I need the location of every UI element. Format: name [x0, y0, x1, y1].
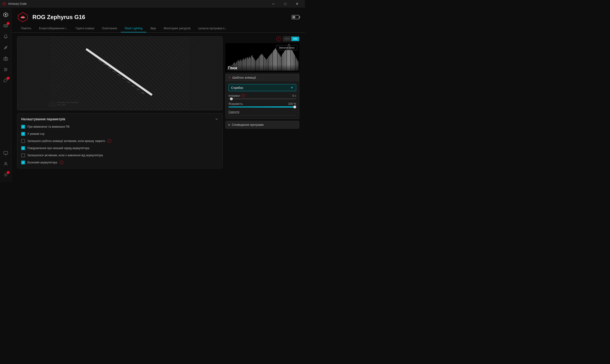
close-button[interactable]: ✕: [292, 0, 303, 8]
help-icon[interactable]: ?: [276, 37, 281, 41]
checkbox-item-0: При ввімкненні та вимиканні ПК: [21, 125, 219, 129]
sidebar-item-user[interactable]: [1, 159, 11, 169]
sidebar-item-keyboard[interactable]: [1, 21, 11, 30]
right-panel: ? OFF ON Глюк Змінити тему: [225, 37, 299, 178]
interval-label-row: Інтервал i 0 с: [229, 94, 296, 97]
info-icon-5[interactable]: i: [60, 161, 63, 164]
device-title: ROG Zephyrus G16: [32, 14, 85, 21]
titlebar-left: Armoury Crate: [2, 2, 27, 6]
settings-title: Налаштування параметрів: [21, 117, 65, 121]
content-area: REPUBLIC OF GAMERSEST. 2006 Налаштування…: [12, 33, 305, 182]
brightness-slider-track[interactable]: [229, 106, 296, 107]
device-preview: REPUBLIC OF GAMERSEST. 2006: [17, 37, 222, 110]
checkbox-item-4: Залишатися активним, коли є живлення від…: [21, 153, 219, 157]
brightness-slider-thumb[interactable]: [293, 105, 296, 108]
brightness-label-row: Яскравість 100 %: [229, 102, 296, 105]
checkbox-label-3: Повідомлення про низький заряд акумулято…: [27, 146, 89, 150]
interval-info-icon[interactable]: i: [242, 94, 245, 97]
settings-collapse-icon: [215, 117, 219, 121]
tab-power[interactable]: Енергозбереження г...: [35, 25, 72, 32]
tab-sound[interactable]: Звук: [146, 25, 160, 32]
interval-label: Інтервал i: [229, 94, 245, 97]
checkbox-2[interactable]: [21, 139, 25, 143]
checkbox-5[interactable]: [21, 161, 25, 164]
animation-dropdown[interactable]: Стрибок ▼: [229, 84, 296, 91]
rog-logo: ROG: [17, 12, 29, 23]
brightness-value: 100 %: [288, 102, 296, 105]
tools-icon: [3, 67, 8, 72]
sidebar-item-slash[interactable]: [1, 43, 11, 52]
toggle-on-label: ON: [291, 37, 299, 41]
tab-lighting[interactable]: Освітлення: [98, 25, 121, 32]
tab-slash[interactable]: Slash Lighting: [121, 25, 146, 32]
device-panel: REPUBLIC OF GAMERSEST. 2006 Налаштування…: [17, 37, 222, 178]
header-right: [292, 15, 299, 19]
animation-body: Стрибок ▼ Інтервал i 0 с: [226, 81, 299, 119]
checkbox-label-5: Економія акумулятора: [27, 161, 57, 164]
checkbox-3[interactable]: [21, 146, 25, 150]
svg-text:ROG: ROG: [21, 16, 25, 19]
sidebar-item-display[interactable]: [1, 148, 11, 158]
svg-point-17: [6, 69, 7, 70]
svg-point-23: [5, 162, 6, 164]
titlebar: Armoury Crate ─ □ ✕: [0, 0, 305, 8]
toggle-switch[interactable]: OFF ON: [283, 37, 299, 41]
checkbox-4[interactable]: [21, 153, 25, 157]
brightness-slider-fill: [229, 106, 295, 107]
tab-modern[interactable]: сучасна програма-п...: [194, 25, 231, 32]
interval-slider-thumb[interactable]: [230, 97, 233, 100]
checkbox-1[interactable]: [21, 132, 25, 136]
info-icon-2[interactable]: i: [107, 139, 111, 143]
preview-image: Глюк Змінити тему: [225, 43, 299, 72]
header: ROG ROG Zephyrus G16: [12, 8, 305, 23]
battery-icon: [292, 15, 299, 19]
checkbox-item-2: Залишати шаблон анімації активним, коли …: [21, 139, 219, 143]
user-icon: [3, 161, 8, 166]
checkbox-label-4: Залишатися активним, коли є живлення від…: [27, 154, 103, 157]
maximize-button[interactable]: □: [280, 0, 291, 8]
sidebar-item-tag[interactable]: [1, 76, 11, 85]
sidebar-item-camera[interactable]: [1, 54, 11, 63]
tabs-bar: Пам'ять Енергозбереження г... Гарячі кла…: [12, 25, 305, 33]
toggle-row: ? OFF ON: [225, 37, 299, 41]
titlebar-title: Armoury Crate: [8, 2, 27, 5]
sidebar-item-tools[interactable]: [1, 65, 11, 74]
svg-point-1: [4, 3, 5, 4]
display-icon: [3, 151, 8, 155]
minimize-button[interactable]: ─: [268, 0, 279, 8]
svg-point-16: [4, 68, 5, 69]
reset-link[interactable]: Скинути: [229, 110, 296, 116]
device-logo-text: REPUBLIC OF GAMERSEST. 2006: [57, 102, 78, 106]
slash-svg: [17, 37, 222, 110]
sidebar-item-rog[interactable]: [1, 10, 11, 20]
svg-point-42: [51, 104, 53, 105]
settings-section: Налаштування параметрів При ввімкненні т…: [17, 113, 222, 169]
interval-slider-track[interactable]: [229, 98, 296, 99]
svg-point-24: [5, 174, 6, 176]
checkbox-item-3: Повідомлення про низький заряд акумулято…: [21, 146, 219, 150]
svg-marker-41: [49, 102, 55, 106]
brightness-label: Яскравість: [229, 102, 243, 105]
sidebar-item-settings[interactable]: [1, 170, 11, 180]
notif-header[interactable]: ▶ Сповіщення програми: [226, 121, 299, 128]
svg-point-19: [6, 79, 7, 80]
tab-monitor[interactable]: Моніторинг ресурсів: [160, 25, 195, 32]
animation-panel: ▼ Шаблон анімації Стрибок ▼: [225, 74, 299, 119]
notif-arrow-icon: ▶: [229, 123, 230, 126]
settings-badge: [7, 171, 10, 174]
sidebar-item-bell[interactable]: [1, 32, 11, 41]
preview-name: Глюк: [228, 66, 237, 70]
tab-hotkeys[interactable]: Гарячі клавіші: [72, 25, 98, 32]
checkbox-0[interactable]: [21, 125, 25, 129]
checkbox-item-1: У режимі сну: [21, 132, 219, 136]
animation-arrow-icon: ▼: [229, 76, 231, 79]
svg-point-18: [4, 70, 5, 71]
svg-rect-11: [4, 58, 8, 61]
titlebar-controls: ─ □ ✕: [268, 0, 303, 8]
change-theme-button[interactable]: Змінити тему: [276, 45, 297, 50]
keyboard-badge: [7, 22, 10, 25]
svg-point-3: [5, 14, 6, 15]
animation-header[interactable]: ▼ Шаблон анімації: [226, 74, 299, 81]
settings-header[interactable]: Налаштування параметрів: [21, 117, 219, 121]
tab-memory[interactable]: Пам'ять: [17, 25, 35, 32]
